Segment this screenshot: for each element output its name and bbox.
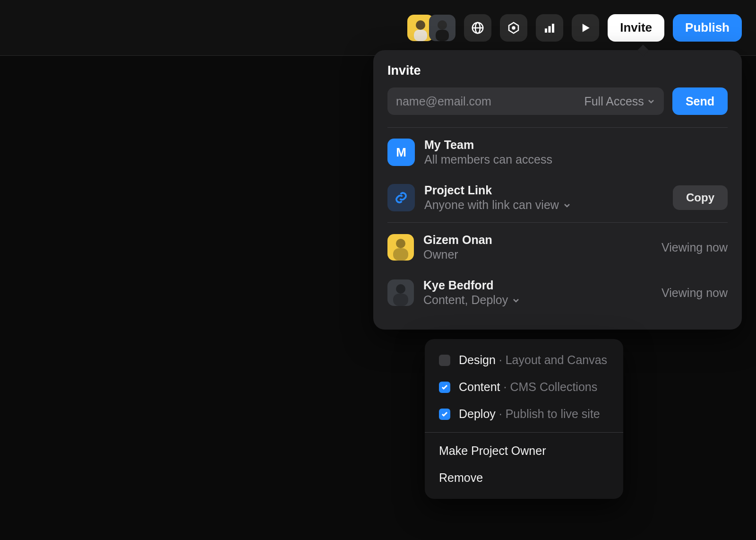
- team-name: My Team: [424, 138, 728, 152]
- chevron-down-icon: [647, 97, 655, 105]
- permissions-dropdown: Design · Layout and CanvasContent · CMS …: [425, 339, 623, 499]
- member-row: Gizem OnanOwnerViewing now: [387, 225, 728, 270]
- svg-rect-1: [414, 30, 427, 41]
- settings-icon[interactable]: [500, 14, 527, 42]
- copy-link-button[interactable]: Copy: [673, 185, 728, 210]
- member-role[interactable]: Content, Deploy: [423, 293, 652, 307]
- send-button[interactable]: Send: [672, 87, 728, 115]
- play-icon-svg: [578, 21, 593, 35]
- permission-checkbox[interactable]: [439, 355, 450, 366]
- member-status: Viewing now: [662, 286, 728, 300]
- chevron-down-icon: [563, 201, 571, 209]
- member-status: Viewing now: [662, 241, 728, 254]
- svg-rect-16: [393, 294, 408, 306]
- access-dropdown-label: Full Access: [584, 95, 644, 108]
- permission-label: Deploy · Publish to live site: [459, 407, 600, 421]
- presence-avatars: [407, 15, 455, 41]
- member-avatar: [387, 234, 414, 261]
- member-role: Owner: [423, 248, 652, 261]
- svg-point-0: [416, 20, 425, 30]
- chevron-down-icon: [512, 296, 520, 305]
- svg-marker-12: [583, 24, 590, 32]
- publish-button[interactable]: Publish: [673, 14, 742, 42]
- link-icon: [387, 184, 415, 211]
- hexagon-icon-svg: [507, 21, 521, 35]
- member-avatar: [387, 279, 414, 306]
- dropdown-action-remove[interactable]: Remove: [425, 464, 623, 491]
- bar-chart-icon-svg: [542, 21, 557, 35]
- svg-rect-11: [552, 24, 554, 33]
- invite-input-row: Full Access Send: [387, 87, 728, 115]
- dropdown-action-make-project-owner[interactable]: Make Project Owner: [425, 437, 623, 464]
- permission-checkbox[interactable]: [439, 409, 450, 420]
- permission-label: Content · CMS Collections: [459, 380, 597, 394]
- project-link-title: Project Link: [424, 183, 663, 197]
- invite-popover: Invite Full Access Send M My Team All me…: [373, 50, 742, 330]
- divider: [387, 127, 728, 128]
- project-link-access[interactable]: Anyone with link can view: [424, 198, 663, 212]
- dropdown-divider: [425, 432, 623, 433]
- project-link-row: Project Link Anyone with link can view C…: [387, 175, 728, 220]
- member-name: Gizem Onan: [423, 233, 652, 247]
- permission-item-deploy[interactable]: Deploy · Publish to live site: [425, 401, 623, 427]
- team-row[interactable]: M My Team All members can access: [387, 130, 728, 175]
- permission-label: Design · Layout and Canvas: [459, 353, 607, 367]
- popover-title: Invite: [387, 63, 728, 78]
- svg-rect-14: [393, 248, 408, 261]
- globe-icon[interactable]: [464, 14, 491, 42]
- svg-point-8: [512, 26, 515, 30]
- divider: [387, 222, 728, 223]
- member-row: Kye BedfordContent, DeployViewing now: [387, 270, 728, 315]
- permission-item-design[interactable]: Design · Layout and Canvas: [425, 347, 623, 374]
- email-input[interactable]: [396, 95, 578, 108]
- svg-rect-9: [545, 28, 547, 33]
- analytics-icon[interactable]: [536, 14, 563, 42]
- svg-point-2: [438, 20, 447, 30]
- svg-point-13: [396, 239, 405, 248]
- svg-rect-3: [436, 30, 449, 41]
- access-dropdown[interactable]: Full Access: [584, 95, 655, 108]
- play-icon[interactable]: [572, 14, 599, 42]
- invite-button[interactable]: Invite: [608, 14, 664, 42]
- team-desc: All members can access: [424, 153, 728, 166]
- globe-icon-svg: [471, 21, 485, 35]
- permission-item-content[interactable]: Content · CMS Collections: [425, 374, 623, 401]
- email-input-wrap: Full Access: [387, 87, 664, 115]
- presence-avatar-2[interactable]: [429, 15, 455, 41]
- member-name: Kye Bedford: [423, 279, 652, 292]
- svg-rect-10: [549, 26, 551, 33]
- svg-point-15: [396, 284, 405, 294]
- team-avatar: M: [387, 139, 415, 166]
- permission-checkbox[interactable]: [439, 382, 450, 393]
